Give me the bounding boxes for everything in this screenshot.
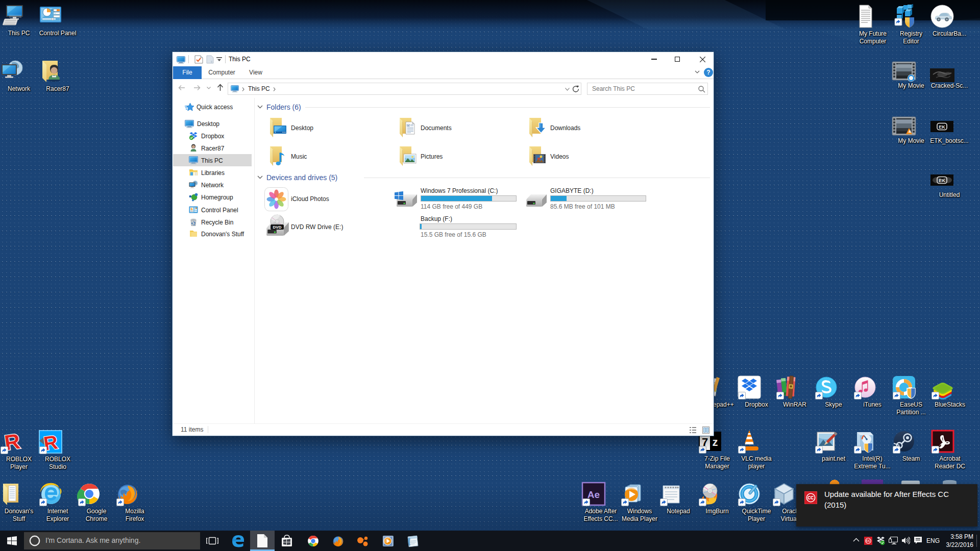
svg-text:z: z: [713, 436, 718, 448]
svg-text:EK: EK: [939, 178, 945, 183]
svg-text:DVD: DVD: [273, 225, 282, 230]
svg-text:EK: EK: [939, 124, 945, 130]
